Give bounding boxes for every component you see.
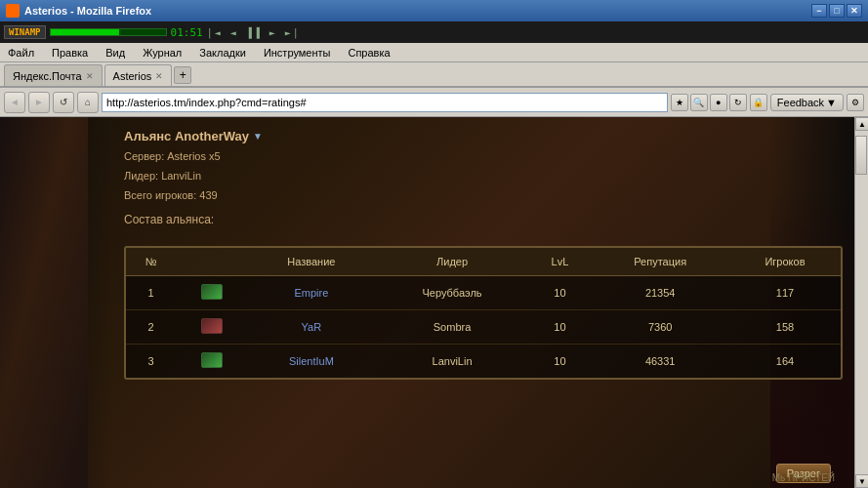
menu-bookmarks[interactable]: Закладки: [195, 45, 250, 61]
row2-leader: Sombra: [376, 310, 529, 345]
row3-num: 3: [126, 345, 176, 379]
table-header: № Название Лидер LvL Репутация Игроков: [126, 248, 841, 276]
row3-name[interactable]: SilentIuM: [247, 345, 375, 379]
guild-icon-1: [201, 284, 223, 300]
address-bar: ◄ ► ↺ ⌂ ★ 🔍 ● ↻ 🔒 Feedback ▼ ⚙: [0, 88, 868, 117]
row1-lvl: 10: [529, 276, 592, 310]
col-leader: Лидер: [376, 248, 529, 276]
back-button[interactable]: ◄: [4, 92, 25, 113]
scroll-track[interactable]: [855, 131, 868, 474]
new-tab-button[interactable]: +: [174, 66, 191, 84]
menu-tools[interactable]: Инструменты: [260, 45, 335, 61]
maximize-button[interactable]: □: [829, 4, 845, 18]
row1-players: 117: [729, 276, 841, 310]
col-num: №: [126, 248, 176, 276]
alliance-name: Альянс AnotherWay: [124, 125, 249, 147]
menu-history[interactable]: Журнал: [139, 45, 186, 61]
row1-icon-cell: [176, 276, 247, 310]
title-bar: Asterios - Mozilla Firefox − □ ✕: [0, 0, 868, 21]
col-players: Игроков: [729, 248, 841, 276]
row2-icon-cell: [176, 310, 247, 345]
col-lvl: LvL: [529, 248, 592, 276]
alliance-server: Сервер: Asterios x5: [124, 147, 843, 167]
row3-icon-cell: [176, 345, 247, 379]
alliance-leader: Лидер: LanviLin: [124, 167, 843, 186]
section-label: Состав альянса:: [124, 210, 843, 231]
col-rep: Репутация: [591, 248, 729, 276]
table-body: 1 Empire Черуббаэль 10 21354 117 2: [126, 276, 841, 379]
menu-bar: Файл Правка Вид Журнал Закладки Инструме…: [0, 43, 868, 62]
table-row: 2 YaR Sombra 10 7360 158: [126, 310, 841, 345]
tab-yandex-close[interactable]: ✕: [86, 71, 94, 81]
alliance-title: Альянс AnotherWay ▼: [124, 125, 843, 147]
window-controls: − □ ✕: [811, 4, 862, 18]
left-decoration: [0, 117, 112, 488]
row2-name[interactable]: YaR: [247, 310, 375, 345]
winamp-controls[interactable]: |◄ ◄ ▐▐ ► ►|: [207, 27, 301, 38]
left-art: [0, 117, 88, 488]
address-icons: ★ 🔍 ● ↻: [671, 94, 747, 111]
guild-table-container: № Название Лидер LvL Репутация Игроков 1: [124, 246, 843, 380]
bottom-bar: Разрег: [225, 459, 841, 488]
winamp-progress-fill: [51, 29, 120, 35]
stop-icon[interactable]: ●: [710, 94, 727, 111]
menu-view[interactable]: Вид: [102, 45, 129, 61]
reload-button[interactable]: ↺: [53, 92, 74, 113]
window-title: Asterios - Mozilla Firefox: [24, 5, 151, 17]
chat-hint: Мь ПРИСТЕЙ: [772, 472, 835, 483]
tab-asterios[interactable]: Asterios ✕: [104, 64, 173, 86]
row2-rep: 7360: [591, 310, 729, 345]
tab-asterios-label: Asterios: [113, 70, 152, 82]
row3-lvl: 10: [529, 345, 592, 379]
refresh-icon[interactable]: ↻: [729, 94, 747, 111]
scroll-down-button[interactable]: ▼: [855, 474, 868, 488]
table-row: 3 SilentIuM LanviLin 10 46331 164: [126, 345, 841, 379]
guild-icon-3: [201, 352, 223, 368]
close-button[interactable]: ✕: [847, 4, 862, 18]
scrollbar[interactable]: ▲ ▼: [854, 117, 868, 488]
row3-players: 164: [729, 345, 841, 379]
arrow-icon: ▼: [253, 128, 263, 145]
row1-name[interactable]: Empire: [247, 276, 375, 310]
lock-icon: 🔒: [750, 94, 767, 111]
alliance-info: Альянс AnotherWay ▼ Сервер: Asterios x5 …: [112, 117, 854, 238]
alliance-total: Всего игроков: 439: [124, 186, 843, 206]
row3-rep: 46331: [591, 345, 729, 379]
feedback-label: Feedback: [777, 97, 824, 108]
settings-icon[interactable]: ⚙: [847, 94, 864, 111]
search-icon[interactable]: 🔍: [690, 94, 708, 111]
tab-yandex[interactable]: Яндекс.Почта ✕: [4, 64, 103, 86]
tab-bar: Яндекс.Почта ✕ Asterios ✕ +: [0, 62, 868, 88]
menu-file[interactable]: Файл: [4, 45, 38, 61]
forward-button[interactable]: ►: [28, 92, 50, 113]
row1-rep: 21354: [591, 276, 729, 310]
firefox-icon: [6, 4, 20, 18]
address-input[interactable]: [102, 93, 668, 112]
winamp-logo: WINAMP: [4, 25, 46, 39]
home-button[interactable]: ⌂: [77, 92, 99, 113]
winamp-progress[interactable]: [50, 28, 167, 36]
scroll-up-button[interactable]: ▲: [855, 117, 868, 131]
row1-leader: Черуббаэль: [376, 276, 529, 310]
star-icon[interactable]: ★: [671, 94, 688, 111]
guild-table: № Название Лидер LvL Репутация Игроков 1: [126, 248, 841, 378]
table-row: 1 Empire Черуббаэль 10 21354 117: [126, 276, 841, 310]
content-panel: Альянс AnotherWay ▼ Сервер: Asterios x5 …: [112, 117, 854, 488]
menu-help[interactable]: Справка: [344, 45, 393, 61]
row3-leader: LanviLin: [376, 345, 529, 379]
row2-lvl: 10: [529, 310, 592, 345]
minimize-button[interactable]: −: [811, 4, 827, 18]
feedback-button[interactable]: Feedback ▼: [770, 94, 844, 111]
guild-icon-2: [201, 318, 223, 334]
scroll-thumb[interactable]: [855, 136, 867, 175]
winamp-time: 01:51: [171, 26, 203, 39]
tab-asterios-close[interactable]: ✕: [155, 71, 163, 81]
col-name: Название: [247, 248, 375, 276]
feedback-dropdown-icon: ▼: [826, 97, 837, 108]
tab-yandex-label: Яндекс.Почта: [13, 70, 82, 82]
row2-players: 158: [729, 310, 841, 345]
browser-content: ▲ ▼ Альянс AnotherWay ▼ Сервер: Asterios…: [0, 117, 868, 488]
menu-edit[interactable]: Правка: [48, 45, 92, 61]
col-icon: [176, 248, 247, 276]
row2-num: 2: [126, 310, 176, 345]
